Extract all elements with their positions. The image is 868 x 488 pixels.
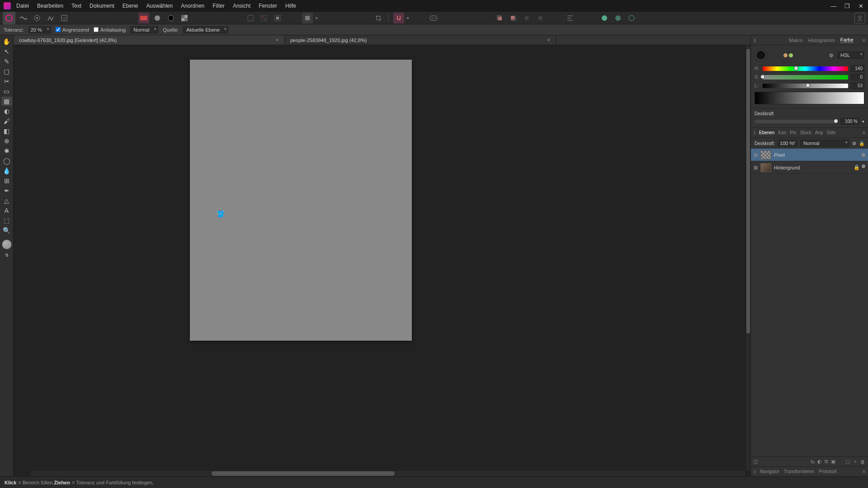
blend-mode-select[interactable]: Normal <box>130 26 158 33</box>
gear-icon[interactable]: ⚙ <box>852 141 856 146</box>
develop-persona-icon[interactable] <box>32 13 42 23</box>
panel-menu-icon[interactable]: ≡ <box>863 38 865 43</box>
duplicate-layer-icon[interactable] <box>613 13 623 23</box>
close-icon[interactable]: ✕ <box>857 3 864 9</box>
panel-handle-icon[interactable]: ⦀ <box>754 469 755 474</box>
swap-colors-icon[interactable]: ⇅ <box>1 250 12 259</box>
lightness-input[interactable] <box>851 82 864 89</box>
account-icon[interactable] <box>854 13 865 23</box>
menu-dokument[interactable]: Dokument <box>90 3 114 9</box>
hand-tool-icon[interactable]: ✋ <box>1 37 12 46</box>
tab-farbe[interactable]: Farbe <box>840 37 854 43</box>
tab-protokoll[interactable]: Protokoll <box>819 469 836 474</box>
tab-navigator[interactable]: Navigator <box>760 469 779 474</box>
color-preview-strip[interactable] <box>755 92 864 104</box>
saturation-input[interactable] <box>851 74 864 80</box>
saturation-slider[interactable] <box>763 75 848 80</box>
menu-ansicht[interactable]: Ansicht <box>233 3 250 9</box>
quick-mask-icon[interactable] <box>302 13 313 23</box>
snap-icon[interactable] <box>393 13 404 23</box>
chevron-down-icon[interactable]: ▾ <box>316 16 318 20</box>
crop-toggle-icon[interactable] <box>373 13 384 23</box>
tab-histogramm[interactable]: Histogramm <box>808 38 835 43</box>
menu-anordnen[interactable]: Anordnen <box>181 3 204 9</box>
align-icon[interactable] <box>565 13 576 23</box>
photo-persona-icon[interactable] <box>3 12 15 24</box>
layer-row[interactable]: ▦ Pixel <box>751 149 868 161</box>
tab-makro[interactable]: Makro <box>789 38 803 43</box>
tab-anpassungen[interactable]: Anp <box>815 130 823 135</box>
add-pixel-layer-icon[interactable]: ▢ <box>845 459 850 465</box>
perspective-tool-icon[interactable]: ⬚ <box>1 216 12 225</box>
grayscale-preview-icon[interactable] <box>152 13 163 23</box>
source-select[interactable]: Aktuelle Ebene <box>183 26 228 33</box>
hue-input[interactable] <box>851 65 864 72</box>
visibility-toggle-icon[interactable] <box>862 164 865 168</box>
fx-icon[interactable]: fx <box>811 459 815 465</box>
arrange-forward-icon[interactable] <box>521 13 532 23</box>
color-wheel-icon[interactable] <box>165 13 176 23</box>
delete-layer-icon[interactable]: 🗑 <box>860 459 865 465</box>
tab-stock[interactable]: Stock <box>800 130 811 135</box>
arrange-front-icon[interactable] <box>494 13 505 23</box>
transparency-icon[interactable] <box>179 13 190 23</box>
selection-brush-tool-icon[interactable]: ✂ <box>1 77 12 86</box>
tab-pinsel[interactable]: Pin <box>790 130 796 135</box>
menu-auswaehlen[interactable]: Auswählen <box>146 3 173 9</box>
document-tab[interactable]: cowboy-67630_1920.jpg [Geändert] (42,8%)… <box>14 35 285 45</box>
liquify-persona-icon[interactable] <box>18 13 29 23</box>
antialias-checkbox[interactable]: Antialiasing <box>94 27 126 33</box>
menu-bearbeiten[interactable]: Bearbeiten <box>37 3 63 9</box>
menu-datei[interactable]: Datei <box>16 3 29 9</box>
recent-color-swatch[interactable] <box>789 53 793 57</box>
crop-tool-icon[interactable]: ▢ <box>1 67 12 76</box>
selection-none-icon[interactable] <box>259 13 269 23</box>
layer-name[interactable]: Hintergrund <box>774 165 800 170</box>
color-mode-select[interactable]: HSL <box>837 52 864 59</box>
lock-icon[interactable]: 🔒 <box>859 141 864 146</box>
panel-menu-icon[interactable]: ≡ <box>863 469 865 474</box>
export-persona-icon[interactable] <box>59 13 70 23</box>
contiguous-checkbox[interactable]: Angrenzend <box>56 27 89 33</box>
tab-transformieren[interactable]: Transformieren <box>784 469 814 474</box>
marquee-tool-icon[interactable]: ▭ <box>1 87 12 96</box>
layer-row[interactable]: ▦ Hintergrund 🔒 <box>751 161 868 174</box>
assistant-icon[interactable] <box>428 13 439 23</box>
group-icon[interactable]: ▣ <box>831 459 835 465</box>
paint-brush-tool-icon[interactable]: 🖌 <box>1 117 12 126</box>
pen-tool-icon[interactable]: ✒ <box>1 186 12 195</box>
zoom-tool-icon[interactable]: 🔍 <box>1 226 12 235</box>
layer-thumbnail[interactable] <box>760 150 771 160</box>
shape-tool-icon[interactable]: △ <box>1 196 12 205</box>
move-tool-icon[interactable]: ↖ <box>1 47 12 56</box>
recent-color-swatch[interactable] <box>783 53 788 57</box>
layer-name[interactable]: Pixel <box>774 152 785 158</box>
adjustment-icon[interactable]: ◐ <box>817 459 822 465</box>
live-filter-icon[interactable]: ⧉ <box>825 459 828 465</box>
tab-stile[interactable]: Stile <box>827 130 835 135</box>
menu-filter[interactable]: Filter <box>212 3 225 9</box>
flood-fill-tool-icon[interactable]: ▦ <box>1 97 12 106</box>
vertical-scrollbar[interactable] <box>746 45 750 471</box>
add-layer-icon[interactable] <box>599 13 610 23</box>
lock-icon[interactable]: 🔒 <box>854 164 860 170</box>
menu-text[interactable]: Text <box>71 3 81 9</box>
secondary-color-circle[interactable] <box>755 50 766 61</box>
dodge-tool-icon[interactable]: ◯ <box>1 156 12 165</box>
inpaint-tool-icon[interactable]: ✱ <box>1 146 12 155</box>
panel-handle-icon[interactable]: ⦀ <box>754 130 755 136</box>
selection-all-icon[interactable] <box>245 13 256 23</box>
canvas[interactable] <box>190 60 412 341</box>
add-layer-icon[interactable]: ＋ <box>853 458 858 465</box>
eyedropper-icon[interactable]: ⊘ <box>829 52 833 58</box>
mask-layer-icon[interactable]: ◻ <box>754 459 758 465</box>
opacity-slider[interactable] <box>755 120 838 123</box>
document-tab[interactable]: people-2583848_1920.jpg (42,8%) × <box>285 35 556 45</box>
close-tab-icon[interactable]: × <box>547 37 550 43</box>
layer-opacity-input[interactable] <box>778 140 797 147</box>
menu-hilfe[interactable]: Hilfe <box>285 3 296 9</box>
horizontal-scrollbar[interactable] <box>31 471 745 476</box>
erase-tool-icon[interactable]: ◧ <box>1 127 12 136</box>
sync-icon[interactable] <box>626 13 637 23</box>
lightness-slider[interactable] <box>763 84 848 88</box>
